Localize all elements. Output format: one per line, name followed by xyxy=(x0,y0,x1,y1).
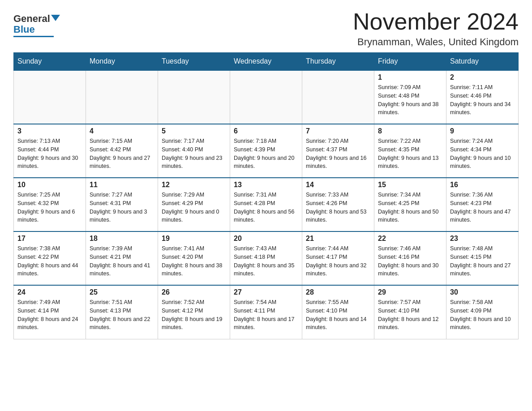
day-info: Sunrise: 7:18 AMSunset: 4:39 PMDaylight:… xyxy=(234,137,298,171)
day-number: 19 xyxy=(162,235,226,243)
day-info: Sunrise: 7:39 AMSunset: 4:21 PMDaylight:… xyxy=(90,244,154,278)
day-number: 20 xyxy=(234,235,298,243)
calendar-cell: 4Sunrise: 7:15 AMSunset: 4:42 PMDaylight… xyxy=(86,124,158,178)
calendar-cell: 26Sunrise: 7:52 AMSunset: 4:12 PMDayligh… xyxy=(158,285,230,339)
day-info: Sunrise: 7:25 AMSunset: 4:32 PMDaylight:… xyxy=(17,191,82,224)
calendar-week-3: 17Sunrise: 7:38 AMSunset: 4:22 PMDayligh… xyxy=(14,231,519,285)
day-number: 8 xyxy=(378,127,442,135)
calendar-cell: 18Sunrise: 7:39 AMSunset: 4:21 PMDayligh… xyxy=(86,231,158,285)
day-number: 23 xyxy=(450,235,515,243)
day-number: 1 xyxy=(378,73,442,81)
day-info: Sunrise: 7:22 AMSunset: 4:35 PMDaylight:… xyxy=(378,137,442,171)
day-number: 18 xyxy=(90,235,154,243)
calendar-cell: 6Sunrise: 7:18 AMSunset: 4:39 PMDaylight… xyxy=(230,124,302,178)
day-info: Sunrise: 7:15 AMSunset: 4:42 PMDaylight:… xyxy=(90,137,154,171)
day-info: Sunrise: 7:31 AMSunset: 4:28 PMDaylight:… xyxy=(234,191,298,224)
day-number: 9 xyxy=(450,127,515,135)
col-header-tuesday: Tuesday xyxy=(158,53,230,71)
calendar-cell: 28Sunrise: 7:55 AMSunset: 4:10 PMDayligh… xyxy=(302,285,374,339)
day-info: Sunrise: 7:17 AMSunset: 4:40 PMDaylight:… xyxy=(162,137,226,171)
day-number: 29 xyxy=(378,288,442,296)
day-info: Sunrise: 7:58 AMSunset: 4:09 PMDaylight:… xyxy=(450,298,515,332)
day-number: 11 xyxy=(90,181,154,189)
day-info: Sunrise: 7:41 AMSunset: 4:20 PMDaylight:… xyxy=(162,244,226,278)
calendar-cell xyxy=(230,70,302,124)
col-header-wednesday: Wednesday xyxy=(230,53,302,71)
page-header: General Blue November 2024 Brynamman, Wa… xyxy=(13,9,519,48)
calendar-cell xyxy=(86,70,158,124)
calendar-cell: 9Sunrise: 7:24 AMSunset: 4:34 PMDaylight… xyxy=(446,124,519,178)
day-info: Sunrise: 7:20 AMSunset: 4:37 PMDaylight:… xyxy=(306,137,370,171)
day-info: Sunrise: 7:38 AMSunset: 4:22 PMDaylight:… xyxy=(17,244,82,278)
calendar-cell: 24Sunrise: 7:49 AMSunset: 4:14 PMDayligh… xyxy=(14,285,86,339)
logo: General Blue xyxy=(13,9,60,37)
calendar-cell: 5Sunrise: 7:17 AMSunset: 4:40 PMDaylight… xyxy=(158,124,230,178)
day-info: Sunrise: 7:57 AMSunset: 4:10 PMDaylight:… xyxy=(378,298,442,332)
day-number: 21 xyxy=(306,235,370,243)
day-number: 27 xyxy=(234,288,298,296)
day-number: 2 xyxy=(450,73,515,81)
month-title: November 2024 xyxy=(353,9,519,34)
calendar-week-2: 10Sunrise: 7:25 AMSunset: 4:32 PMDayligh… xyxy=(14,178,519,231)
col-header-saturday: Saturday xyxy=(446,53,519,71)
day-number: 30 xyxy=(450,288,515,296)
day-info: Sunrise: 7:43 AMSunset: 4:18 PMDaylight:… xyxy=(234,244,298,278)
day-number: 13 xyxy=(234,181,298,189)
day-info: Sunrise: 7:34 AMSunset: 4:25 PMDaylight:… xyxy=(378,191,442,224)
calendar-cell: 25Sunrise: 7:51 AMSunset: 4:13 PMDayligh… xyxy=(86,285,158,339)
calendar-cell: 14Sunrise: 7:33 AMSunset: 4:26 PMDayligh… xyxy=(302,178,374,231)
logo-triangle-icon xyxy=(51,15,60,21)
title-block: November 2024 Brynamman, Wales, United K… xyxy=(353,9,519,48)
day-info: Sunrise: 7:44 AMSunset: 4:17 PMDaylight:… xyxy=(306,244,370,278)
day-number: 7 xyxy=(306,127,370,135)
calendar-cell: 21Sunrise: 7:44 AMSunset: 4:17 PMDayligh… xyxy=(302,231,374,285)
day-info: Sunrise: 7:52 AMSunset: 4:12 PMDaylight:… xyxy=(162,298,226,332)
day-number: 22 xyxy=(378,235,442,243)
col-header-sunday: Sunday xyxy=(14,53,86,71)
calendar-cell: 10Sunrise: 7:25 AMSunset: 4:32 PMDayligh… xyxy=(14,178,86,231)
calendar-cell: 16Sunrise: 7:36 AMSunset: 4:23 PMDayligh… xyxy=(446,178,519,231)
day-info: Sunrise: 7:27 AMSunset: 4:31 PMDaylight:… xyxy=(90,191,154,224)
day-number: 15 xyxy=(378,181,442,189)
calendar-cell: 27Sunrise: 7:54 AMSunset: 4:11 PMDayligh… xyxy=(230,285,302,339)
day-number: 24 xyxy=(17,288,82,296)
day-info: Sunrise: 7:49 AMSunset: 4:14 PMDaylight:… xyxy=(17,298,82,332)
day-info: Sunrise: 7:51 AMSunset: 4:13 PMDaylight:… xyxy=(90,298,154,332)
calendar-cell: 19Sunrise: 7:41 AMSunset: 4:20 PMDayligh… xyxy=(158,231,230,285)
day-info: Sunrise: 7:09 AMSunset: 4:48 PMDaylight:… xyxy=(378,83,442,117)
day-info: Sunrise: 7:11 AMSunset: 4:46 PMDaylight:… xyxy=(450,83,515,117)
calendar-cell: 15Sunrise: 7:34 AMSunset: 4:25 PMDayligh… xyxy=(374,178,446,231)
calendar-cell: 2Sunrise: 7:11 AMSunset: 4:46 PMDaylight… xyxy=(446,70,519,124)
day-number: 26 xyxy=(162,288,226,296)
calendar-cell xyxy=(14,70,86,124)
calendar-cell: 22Sunrise: 7:46 AMSunset: 4:16 PMDayligh… xyxy=(374,231,446,285)
col-header-friday: Friday xyxy=(374,53,446,71)
calendar-cell: 23Sunrise: 7:48 AMSunset: 4:15 PMDayligh… xyxy=(446,231,519,285)
calendar-cell xyxy=(158,70,230,124)
day-number: 12 xyxy=(162,181,226,189)
day-info: Sunrise: 7:13 AMSunset: 4:44 PMDaylight:… xyxy=(17,137,82,171)
day-info: Sunrise: 7:55 AMSunset: 4:10 PMDaylight:… xyxy=(306,298,370,332)
day-number: 10 xyxy=(17,181,82,189)
calendar-week-1: 3Sunrise: 7:13 AMSunset: 4:44 PMDaylight… xyxy=(14,124,519,178)
calendar-cell xyxy=(302,70,374,124)
day-info: Sunrise: 7:48 AMSunset: 4:15 PMDaylight:… xyxy=(450,244,515,278)
calendar-cell: 17Sunrise: 7:38 AMSunset: 4:22 PMDayligh… xyxy=(14,231,86,285)
calendar-week-0: 1Sunrise: 7:09 AMSunset: 4:48 PMDaylight… xyxy=(14,70,519,124)
day-number: 3 xyxy=(17,127,82,135)
day-number: 25 xyxy=(90,288,154,296)
calendar-cell: 30Sunrise: 7:58 AMSunset: 4:09 PMDayligh… xyxy=(446,285,519,339)
day-info: Sunrise: 7:46 AMSunset: 4:16 PMDaylight:… xyxy=(378,244,442,278)
calendar-cell: 11Sunrise: 7:27 AMSunset: 4:31 PMDayligh… xyxy=(86,178,158,231)
calendar-table: SundayMondayTuesdayWednesdayThursdayFrid… xyxy=(13,52,519,339)
logo-underline xyxy=(13,36,54,37)
calendar-cell: 12Sunrise: 7:29 AMSunset: 4:29 PMDayligh… xyxy=(158,178,230,231)
location-title: Brynamman, Wales, United Kingdom xyxy=(353,36,519,48)
calendar-cell: 20Sunrise: 7:43 AMSunset: 4:18 PMDayligh… xyxy=(230,231,302,285)
day-number: 17 xyxy=(17,235,82,243)
calendar-header-row: SundayMondayTuesdayWednesdayThursdayFrid… xyxy=(14,53,519,71)
col-header-monday: Monday xyxy=(86,53,158,71)
day-info: Sunrise: 7:54 AMSunset: 4:11 PMDaylight:… xyxy=(234,298,298,332)
day-number: 6 xyxy=(234,127,298,135)
calendar-cell: 7Sunrise: 7:20 AMSunset: 4:37 PMDaylight… xyxy=(302,124,374,178)
